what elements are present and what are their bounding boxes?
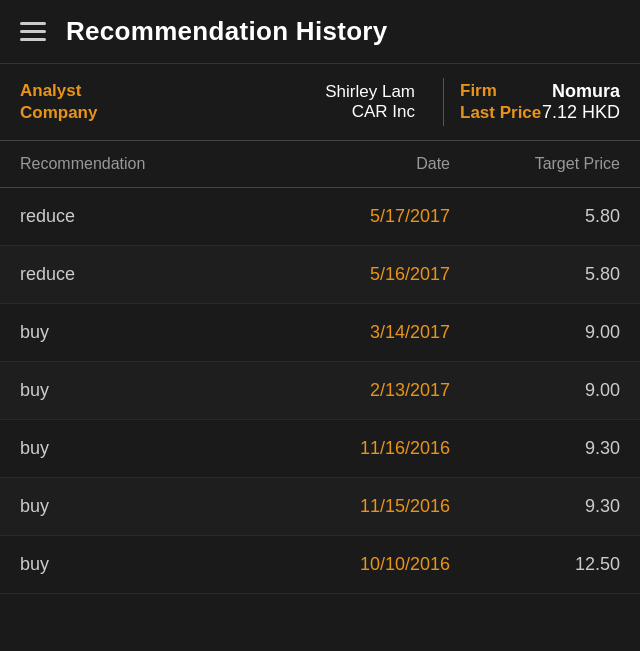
analyst-label: Analyst Company: [20, 80, 200, 124]
cell-date: 5/16/2017: [240, 264, 460, 285]
last-price-label: Last Price: [460, 102, 541, 124]
col-header-target-price: Target Price: [460, 155, 620, 173]
cell-target-price: 12.50: [460, 554, 620, 575]
cell-target-price: 9.00: [460, 322, 620, 343]
table-row: buy11/16/20169.30: [0, 420, 640, 478]
firm-section: Firm Last Price Nomura 7.12 HKD: [460, 80, 620, 124]
table-row: reduce5/16/20175.80: [0, 246, 640, 304]
menu-button[interactable]: [20, 22, 46, 41]
company-name: CAR Inc: [352, 102, 415, 122]
cell-target-price: 5.80: [460, 206, 620, 227]
column-headers-row: Recommendation Date Target Price: [0, 141, 640, 188]
firm-label: Firm: [460, 80, 541, 102]
analyst-label-section: Analyst Company: [20, 80, 200, 124]
cell-date: 11/15/2016: [240, 496, 460, 517]
cell-recommendation: buy: [20, 322, 240, 343]
last-price-value: 7.12 HKD: [542, 102, 620, 123]
cell-target-price: 9.00: [460, 380, 620, 401]
cell-recommendation: buy: [20, 438, 240, 459]
analyst-value-section: Shirley Lam CAR Inc: [200, 82, 427, 122]
firm-name: Nomura: [542, 81, 620, 102]
cell-recommendation: buy: [20, 554, 240, 575]
table-row: buy10/10/201612.50: [0, 536, 640, 594]
cell-date: 3/14/2017: [240, 322, 460, 343]
firm-labels: Firm Last Price: [460, 80, 541, 124]
analyst-info-row: Analyst Company Shirley Lam CAR Inc Firm…: [0, 64, 640, 141]
cell-date: 5/17/2017: [240, 206, 460, 227]
cell-date: 2/13/2017: [240, 380, 460, 401]
data-table: reduce5/17/20175.80reduce5/16/20175.80bu…: [0, 188, 640, 594]
cell-date: 10/10/2016: [240, 554, 460, 575]
table-row: reduce5/17/20175.80: [0, 188, 640, 246]
col-header-date: Date: [240, 155, 460, 173]
cell-recommendation: buy: [20, 496, 240, 517]
cell-recommendation: buy: [20, 380, 240, 401]
table-row: buy2/13/20179.00: [0, 362, 640, 420]
firm-values: Nomura 7.12 HKD: [542, 81, 620, 123]
table-row: buy11/15/20169.30: [0, 478, 640, 536]
col-header-recommendation: Recommendation: [20, 155, 240, 173]
cell-recommendation: reduce: [20, 264, 240, 285]
page-title: Recommendation History: [66, 16, 388, 47]
cell-target-price: 5.80: [460, 264, 620, 285]
cell-target-price: 9.30: [460, 496, 620, 517]
cell-date: 11/16/2016: [240, 438, 460, 459]
cell-recommendation: reduce: [20, 206, 240, 227]
app-header: Recommendation History: [0, 0, 640, 64]
cell-target-price: 9.30: [460, 438, 620, 459]
analyst-name: Shirley Lam: [325, 82, 415, 102]
vertical-divider: [443, 78, 444, 126]
table-row: buy3/14/20179.00: [0, 304, 640, 362]
